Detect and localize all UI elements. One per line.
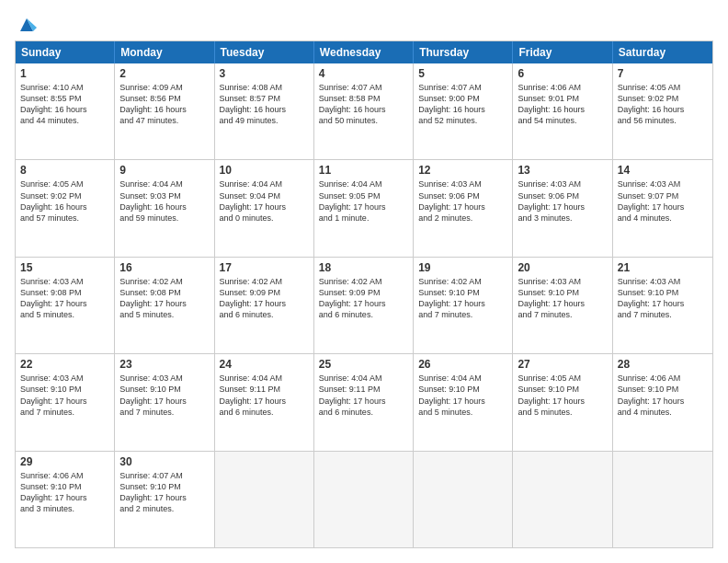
calendar-cell: 28Sunrise: 4:06 AMSunset: 9:10 PMDayligh…: [613, 354, 712, 450]
calendar-cell: 25Sunrise: 4:04 AMSunset: 9:11 PMDayligh…: [314, 354, 414, 450]
cell-details: Sunrise: 4:04 AMSunset: 9:10 PMDaylight:…: [418, 373, 507, 418]
day-number: 13: [518, 164, 607, 177]
weekday-header: Monday: [115, 41, 214, 63]
calendar-cell: 4Sunrise: 4:07 AMSunset: 8:58 PMDaylight…: [314, 63, 414, 159]
cell-details: Sunrise: 4:03 AMSunset: 9:06 PMDaylight:…: [418, 178, 507, 224]
calendar-cell: 14Sunrise: 4:03 AMSunset: 9:07 PMDayligh…: [613, 160, 712, 256]
calendar-body: 1Sunrise: 4:10 AMSunset: 8:55 PMDaylight…: [16, 63, 712, 547]
day-number: 1: [20, 67, 109, 80]
cell-details: Sunrise: 4:06 AMSunset: 9:10 PMDaylight:…: [618, 373, 708, 418]
day-number: 27: [518, 358, 607, 371]
calendar-cell: 26Sunrise: 4:04 AMSunset: 9:10 PMDayligh…: [414, 354, 513, 450]
calendar-cell: 15Sunrise: 4:03 AMSunset: 9:08 PMDayligh…: [16, 258, 115, 353]
calendar-cell: [513, 452, 612, 547]
cell-details: Sunrise: 4:06 AMSunset: 9:10 PMDaylight:…: [20, 470, 109, 515]
calendar-cell: 2Sunrise: 4:09 AMSunset: 8:56 PMDaylight…: [115, 63, 214, 159]
page: SundayMondayTuesdayWednesdayThursdayFrid…: [0, 0, 728, 563]
day-number: 30: [119, 455, 209, 468]
cell-details: Sunrise: 4:03 AMSunset: 9:08 PMDaylight:…: [20, 276, 109, 321]
calendar-row: 22Sunrise: 4:03 AMSunset: 9:10 PMDayligh…: [16, 353, 712, 450]
calendar-header: SundayMondayTuesdayWednesdayThursdayFrid…: [16, 41, 712, 63]
cell-details: Sunrise: 4:05 AMSunset: 9:10 PMDaylight:…: [518, 373, 607, 418]
cell-details: Sunrise: 4:07 AMSunset: 9:00 PMDaylight:…: [418, 82, 507, 127]
calendar: SundayMondayTuesdayWednesdayThursdayFrid…: [15, 40, 713, 548]
weekday-header: Thursday: [414, 41, 513, 63]
calendar-row: 1Sunrise: 4:10 AMSunset: 8:55 PMDaylight…: [16, 63, 712, 159]
calendar-cell: 27Sunrise: 4:05 AMSunset: 9:10 PMDayligh…: [513, 354, 612, 450]
day-number: 19: [418, 261, 507, 274]
day-number: 2: [119, 67, 209, 80]
day-number: 9: [119, 164, 209, 177]
day-number: 15: [20, 261, 109, 274]
cell-details: Sunrise: 4:04 AMSunset: 9:11 PMDaylight:…: [319, 373, 408, 418]
calendar-cell: [414, 452, 513, 547]
cell-details: Sunrise: 4:05 AMSunset: 9:02 PMDaylight:…: [20, 178, 109, 224]
logo: [15, 15, 37, 31]
calendar-row: 29Sunrise: 4:06 AMSunset: 9:10 PMDayligh…: [16, 451, 712, 547]
cell-details: Sunrise: 4:10 AMSunset: 8:55 PMDaylight:…: [20, 82, 109, 127]
cell-details: Sunrise: 4:04 AMSunset: 9:03 PMDaylight:…: [119, 178, 209, 224]
day-number: 12: [418, 164, 507, 177]
calendar-cell: 5Sunrise: 4:07 AMSunset: 9:00 PMDaylight…: [414, 63, 513, 159]
day-number: 22: [20, 358, 109, 371]
day-number: 4: [319, 67, 408, 80]
calendar-cell: 23Sunrise: 4:03 AMSunset: 9:10 PMDayligh…: [115, 354, 214, 450]
calendar-cell: 24Sunrise: 4:04 AMSunset: 9:11 PMDayligh…: [215, 354, 314, 450]
day-number: 29: [20, 455, 109, 468]
cell-details: Sunrise: 4:03 AMSunset: 9:10 PMDaylight:…: [20, 373, 109, 418]
calendar-cell: 8Sunrise: 4:05 AMSunset: 9:02 PMDaylight…: [16, 160, 115, 256]
cell-details: Sunrise: 4:08 AMSunset: 8:57 PMDaylight:…: [220, 82, 309, 127]
day-number: 8: [20, 164, 109, 177]
calendar-cell: 13Sunrise: 4:03 AMSunset: 9:06 PMDayligh…: [513, 160, 612, 256]
calendar-cell: [314, 452, 414, 547]
cell-details: Sunrise: 4:03 AMSunset: 9:10 PMDaylight:…: [119, 373, 209, 418]
day-number: 7: [618, 67, 708, 80]
cell-details: Sunrise: 4:02 AMSunset: 9:08 PMDaylight:…: [119, 276, 209, 321]
calendar-cell: 6Sunrise: 4:06 AMSunset: 9:01 PMDaylight…: [513, 63, 612, 159]
day-number: 24: [220, 358, 309, 371]
day-number: 16: [119, 261, 209, 274]
cell-details: Sunrise: 4:03 AMSunset: 9:06 PMDaylight:…: [518, 178, 607, 224]
day-number: 20: [518, 261, 607, 274]
cell-details: Sunrise: 4:03 AMSunset: 9:10 PMDaylight:…: [618, 276, 708, 321]
day-number: 28: [618, 358, 708, 371]
day-number: 26: [418, 358, 507, 371]
weekday-header: Saturday: [613, 41, 712, 63]
day-number: 21: [618, 261, 708, 274]
calendar-cell: 18Sunrise: 4:02 AMSunset: 9:09 PMDayligh…: [314, 258, 414, 353]
calendar-cell: 22Sunrise: 4:03 AMSunset: 9:10 PMDayligh…: [16, 354, 115, 450]
day-number: 18: [319, 261, 408, 274]
cell-details: Sunrise: 4:05 AMSunset: 9:02 PMDaylight:…: [618, 82, 708, 127]
day-number: 17: [220, 261, 309, 274]
calendar-cell: 3Sunrise: 4:08 AMSunset: 8:57 PMDaylight…: [215, 63, 314, 159]
calendar-cell: 9Sunrise: 4:04 AMSunset: 9:03 PMDaylight…: [115, 160, 214, 256]
calendar-cell: 10Sunrise: 4:04 AMSunset: 9:04 PMDayligh…: [215, 160, 314, 256]
day-number: 6: [518, 67, 607, 80]
cell-details: Sunrise: 4:03 AMSunset: 9:10 PMDaylight:…: [518, 276, 607, 321]
calendar-row: 15Sunrise: 4:03 AMSunset: 9:08 PMDayligh…: [16, 257, 712, 353]
cell-details: Sunrise: 4:07 AMSunset: 9:10 PMDaylight:…: [119, 470, 209, 515]
calendar-cell: 12Sunrise: 4:03 AMSunset: 9:06 PMDayligh…: [414, 160, 513, 256]
calendar-cell: [613, 452, 712, 547]
calendar-cell: 29Sunrise: 4:06 AMSunset: 9:10 PMDayligh…: [16, 452, 115, 547]
calendar-row: 8Sunrise: 4:05 AMSunset: 9:02 PMDaylight…: [16, 159, 712, 256]
day-number: 23: [119, 358, 209, 371]
cell-details: Sunrise: 4:02 AMSunset: 9:10 PMDaylight:…: [418, 276, 507, 321]
calendar-cell: 19Sunrise: 4:02 AMSunset: 9:10 PMDayligh…: [414, 258, 513, 353]
calendar-cell: 20Sunrise: 4:03 AMSunset: 9:10 PMDayligh…: [513, 258, 612, 353]
header: [15, 15, 713, 31]
day-number: 14: [618, 164, 708, 177]
day-number: 5: [418, 67, 507, 80]
day-number: 25: [319, 358, 408, 371]
calendar-cell: 7Sunrise: 4:05 AMSunset: 9:02 PMDaylight…: [613, 63, 712, 159]
weekday-header: Wednesday: [314, 41, 414, 63]
cell-details: Sunrise: 4:04 AMSunset: 9:11 PMDaylight:…: [220, 373, 309, 418]
calendar-cell: 16Sunrise: 4:02 AMSunset: 9:08 PMDayligh…: [115, 258, 214, 353]
cell-details: Sunrise: 4:07 AMSunset: 8:58 PMDaylight:…: [319, 82, 408, 127]
calendar-cell: 17Sunrise: 4:02 AMSunset: 9:09 PMDayligh…: [215, 258, 314, 353]
cell-details: Sunrise: 4:03 AMSunset: 9:07 PMDaylight:…: [618, 178, 708, 224]
calendar-cell: 11Sunrise: 4:04 AMSunset: 9:05 PMDayligh…: [314, 160, 414, 256]
cell-details: Sunrise: 4:04 AMSunset: 9:05 PMDaylight:…: [319, 178, 408, 224]
calendar-cell: 21Sunrise: 4:03 AMSunset: 9:10 PMDayligh…: [613, 258, 712, 353]
weekday-header: Friday: [513, 41, 612, 63]
